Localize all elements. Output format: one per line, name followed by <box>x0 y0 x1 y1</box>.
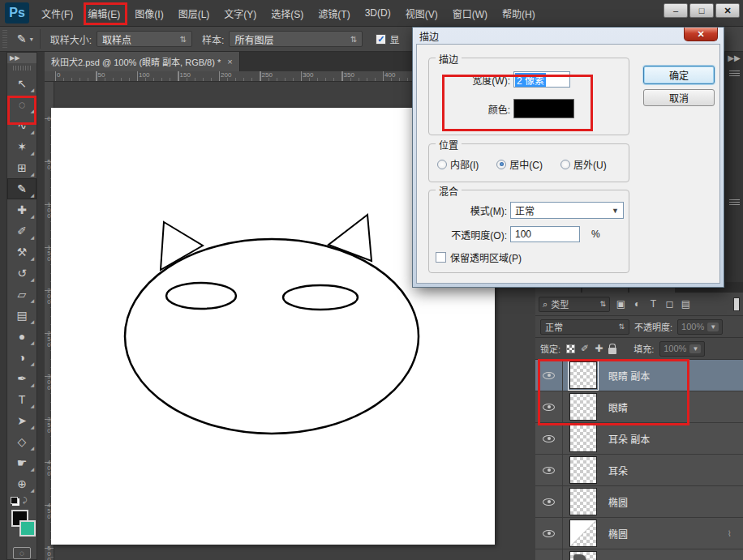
quick-mask-button[interactable]: ◌ <box>13 547 31 559</box>
opacity-value[interactable]: 100% ▼ <box>677 319 723 335</box>
layer-thumbnail[interactable] <box>569 519 597 547</box>
shape-layer-filter-icon[interactable]: ◻ <box>663 298 676 310</box>
shape-tool[interactable]: ◇◢ <box>7 431 37 452</box>
layer-row[interactable]: 耳朵 副本 <box>535 423 743 455</box>
layer-row[interactable]: 眼睛 <box>535 391 743 423</box>
visibility-toggle[interactable] <box>535 391 563 422</box>
hand-tool[interactable]: ☛◢ <box>7 452 37 473</box>
adjustment-layer-filter-icon[interactable]: ◐ <box>630 298 644 310</box>
menu-item-10[interactable]: 窗口(W) <box>445 0 495 26</box>
move-tool[interactable]: ↖◢ <box>7 73 37 94</box>
visibility-toggle[interactable] <box>535 423 563 454</box>
type-layer-filter-icon[interactable]: T <box>646 298 660 310</box>
gradient-tool[interactable]: ▤◢ <box>7 305 37 326</box>
panel-grip-icon[interactable] <box>729 69 740 76</box>
zoom-tool[interactable]: ⊕◢ <box>7 473 37 494</box>
tab-close-icon[interactable]: × <box>227 57 232 66</box>
brush-tool[interactable]: ✐◢ <box>7 220 37 242</box>
layer-thumbnail[interactable] <box>569 425 597 452</box>
opacity-input[interactable]: 100 <box>510 226 580 242</box>
tools-grip[interactable] <box>13 66 31 71</box>
blur-tool[interactable]: ●◢ <box>7 326 37 347</box>
preserve-transparency-checkbox[interactable] <box>436 252 446 263</box>
close-button[interactable]: ✕ <box>715 3 740 18</box>
lock-paint-icon[interactable]: ✐ <box>581 343 589 354</box>
sample-select[interactable]: 所有图层 ⇅ <box>229 31 363 47</box>
swap-colors-icon[interactable]: ⤸ <box>23 496 27 505</box>
dodge-tool[interactable]: ◑◢ <box>7 347 37 368</box>
healing-brush-tool[interactable]: ✚◢ <box>7 199 37 220</box>
eyedropper-tool[interactable]: ✎◢ <box>7 178 37 199</box>
crop-tool[interactable]: ⊞◢ <box>7 157 37 178</box>
lock-transparency-icon[interactable] <box>566 344 575 353</box>
menu-item-2[interactable]: 编辑(E) <box>80 0 127 26</box>
eraser-tool[interactable]: ▱◢ <box>7 284 37 305</box>
layer-name: 耳朵 副本 <box>608 432 650 446</box>
layer-thumbnail[interactable] <box>569 488 597 515</box>
position-radio-1[interactable]: 内部(I) <box>437 157 479 171</box>
menu-item-3[interactable]: 图像(I) <box>127 0 170 26</box>
menu-item-9[interactable]: 视图(V) <box>398 0 445 26</box>
layer-thumbnail[interactable] <box>569 551 597 560</box>
stroke-color-swatch[interactable] <box>513 99 574 118</box>
tools-collapse-header[interactable]: ▶▶ <box>7 53 37 63</box>
history-brush-tool[interactable]: ↺◢ <box>7 263 37 284</box>
layer-row[interactable] <box>535 549 743 560</box>
document-tab[interactable]: 秋田犬2.psd @ 100% (眼睛 副本, RGB/8) * × <box>45 52 240 71</box>
expand-panels-icon[interactable]: ▶▶ <box>728 53 740 62</box>
maximize-button[interactable]: □ <box>689 3 714 18</box>
smart-object-filter-icon[interactable]: ▤ <box>679 298 693 310</box>
elliptical-marquee-tool[interactable]: ◌◢ <box>7 94 37 115</box>
type-tool[interactable]: T◢ <box>7 389 37 410</box>
visibility-toggle[interactable] <box>535 549 563 560</box>
lock-position-icon[interactable]: ✚ <box>595 343 603 354</box>
visibility-toggle[interactable] <box>535 518 563 549</box>
cancel-button[interactable]: 取消 <box>643 89 715 106</box>
layer-thumbnail[interactable] <box>569 393 597 421</box>
panel-grip-icon[interactable] <box>729 198 740 205</box>
show-sampling-ring-checkbox[interactable]: ✓ <box>376 34 386 45</box>
blend-mode-select[interactable]: 正常 ⇅ <box>540 319 629 335</box>
visibility-toggle[interactable] <box>535 455 563 485</box>
menu-item-8[interactable]: 3D(D) <box>358 0 398 26</box>
options-bar-grip[interactable] <box>2 30 7 48</box>
layer-thumbnail[interactable] <box>569 456 597 484</box>
layer-row[interactable]: 椭圆⌇ <box>535 518 743 549</box>
menu-item-6[interactable]: 选择(S) <box>264 0 311 26</box>
background-color-swatch[interactable] <box>19 520 36 536</box>
sample-size-select[interactable]: 取样点 ⇅ <box>97 31 192 47</box>
pixel-layer-filter-icon[interactable]: ▣ <box>614 298 628 310</box>
tool-flyout-icon: ◢ <box>30 487 34 493</box>
default-colors-icon[interactable] <box>11 497 18 504</box>
lasso-tool[interactable]: ∿◢ <box>7 115 37 136</box>
dialog-close-button[interactable]: ✕ <box>684 28 718 41</box>
position-radio-3[interactable]: 居外(U) <box>560 157 607 171</box>
current-tool-dropdown[interactable]: ✎ ▾ <box>11 29 41 49</box>
menu-item-1[interactable]: 文件(F) <box>34 0 80 26</box>
filter-toggle[interactable] <box>733 297 740 311</box>
blend-mode-combo[interactable]: 正常 ▼ <box>510 202 624 219</box>
menu-item-7[interactable]: 滤镜(T) <box>311 0 357 26</box>
path-selection-tool[interactable]: ➤◢ <box>7 410 37 431</box>
pen-tool[interactable]: ✒◢ <box>7 368 37 389</box>
filter-type-select[interactable]: ⌕ 类型 ⇅ <box>539 297 610 312</box>
clone-stamp-tool[interactable]: ⚒◢ <box>7 242 37 263</box>
minimize-button[interactable]: – <box>664 3 688 18</box>
menu-item-5[interactable]: 文字(Y) <box>217 0 264 26</box>
visibility-toggle[interactable] <box>535 360 563 391</box>
lock-all-icon[interactable] <box>608 348 616 354</box>
menu-item-4[interactable]: 图层(L) <box>171 0 217 26</box>
stroke-dialog-title[interactable]: 描边 <box>413 28 724 44</box>
visibility-toggle[interactable] <box>535 486 563 517</box>
ok-button[interactable]: 确定 <box>643 66 715 84</box>
layer-row[interactable]: 椭圆 <box>535 486 743 518</box>
layer-row[interactable]: 耳朵 <box>535 455 743 486</box>
fill-value[interactable]: 100% ▼ <box>659 341 705 357</box>
position-radio-2[interactable]: 居中(C) <box>496 157 543 171</box>
stroke-width-input[interactable]: 2 像素 <box>513 71 570 88</box>
layer-thumbnail[interactable] <box>569 361 597 389</box>
magic-wand-tool[interactable]: ✶◢ <box>7 136 37 157</box>
layer-row[interactable]: 眼睛 副本 <box>535 360 743 391</box>
crop-tool-icon: ⊞ <box>17 161 27 174</box>
menu-item-11[interactable]: 帮助(H) <box>495 0 543 26</box>
